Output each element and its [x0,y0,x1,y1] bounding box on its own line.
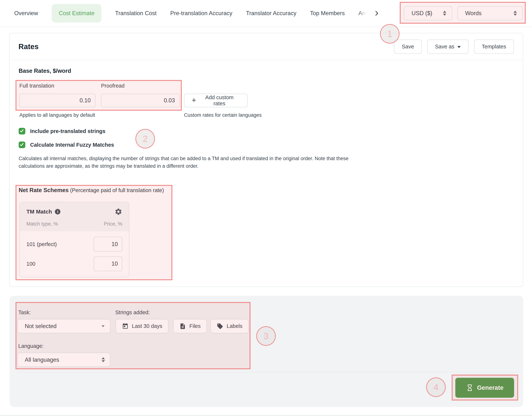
caret-down-icon [102,325,104,327]
language-select-value: All languages [25,357,59,363]
add-custom-rates-button[interactable]: + Add custom rates [184,94,247,107]
table-row: 100 [26,256,122,271]
tag-icon [217,323,223,330]
tab-translation-cost[interactable]: Translation Cost [115,10,157,17]
language-label: Language: [18,343,44,349]
save-as-button[interactable]: Save as [427,39,468,54]
strings-added-label: Strings added: [115,309,150,315]
currency-select[interactable]: USD ($) [404,6,452,20]
unit-select-value: Words [465,10,482,17]
custom-rates-note: Custom rates for certain languages [184,112,262,118]
report-tabs-bar: Overview Cost Estimate Translation Cost … [0,0,532,27]
sort-updown-icon [102,357,105,362]
generate-report-panel: Task: Not selected Strings added: Last 3… [10,296,523,407]
task-select-value: Not selected [25,323,57,330]
task-label: Task: [18,309,31,315]
table-row: 101 (perfect) [26,237,122,252]
net-rate-schemes-title: Net Rate Schemes [19,187,69,193]
checkbox-label: Include pre-translated strings [30,128,105,134]
base-rates-heading: Base Rates, $/word [19,68,71,74]
tab-translator-accuracy[interactable]: Translator Accuracy [246,10,296,17]
tm-match-title: TM Match i [26,208,60,215]
sort-updown-icon [443,11,446,16]
files-filter-button[interactable]: Files [173,319,207,333]
gear-icon[interactable] [114,208,122,216]
match-101-price-input[interactable] [94,237,122,252]
tab-top-members[interactable]: Top Members [310,10,345,17]
chevron-right-icon [373,10,380,17]
match-type-label: 100 [26,261,35,267]
file-icon [179,323,186,330]
hourglass-icon [466,384,474,392]
panel-divider [16,372,517,372]
rates-card-header: Rates Save Save as Templates [10,33,523,60]
language-select[interactable]: All languages [17,353,110,367]
price-column-label: Price, % [104,221,122,227]
tab-pre-translation-accuracy[interactable]: Pre-translation Accuracy [170,10,232,17]
include-pretranslated-checkbox[interactable]: Include pre-translated strings [19,128,105,134]
match-type-column-label: Match type, % [26,221,58,227]
net-rate-schemes-heading: Net Rate Schemes (Percentage paid of ful… [19,187,164,194]
tab-overview[interactable]: Overview [14,10,38,17]
calculate-fuzzy-matches-checkbox[interactable]: Calculate Internal Fuzzy Matches [19,142,114,148]
check-icon [20,142,24,146]
tabs: Overview Cost Estimate Translation Cost … [14,4,380,23]
generate-button[interactable]: Generate [455,378,514,398]
match-100-price-input[interactable] [94,256,122,271]
currency-select-value: USD ($) [412,10,432,17]
checkbox-label: Calculate Internal Fuzzy Matches [30,142,114,148]
checkbox-checked[interactable] [19,128,25,134]
sort-updown-icon [513,11,517,16]
net-rate-schemes-subtitle: (Percentage paid of full translation rat… [70,187,164,193]
tm-match-header: TM Match i Match type, % Price, % [20,202,129,231]
calendar-icon [122,323,129,330]
page-title: Rates [19,42,38,51]
save-button[interactable]: Save [394,39,422,54]
templates-button[interactable]: Templates [474,39,514,54]
plus-icon: + [192,96,196,104]
base-rates-note: Applies to all languages by default [19,112,95,118]
check-icon [20,129,24,132]
tabs-scroll-right-button[interactable] [373,10,380,17]
tm-match-columns: Match type, % Price, % [26,221,122,227]
rates-card: Rates Save Save as Templates Base Rates,… [9,33,523,287]
tm-match-rows: 101 (perfect) 100 [20,231,129,271]
rates-actions: Save Save as Templates [394,39,514,54]
info-icon[interactable]: i [55,209,60,215]
caret-down-icon [457,46,461,48]
fuzzy-matches-description: Calculates all internal matches, display… [19,155,370,170]
match-type-label: 101 (perfect) [26,241,57,247]
checkbox-checked[interactable] [19,142,25,148]
task-select[interactable]: Not selected [17,319,110,333]
tm-match-card: TM Match i Match type, % Price, % 101 (p… [19,202,129,277]
labels-filter-button[interactable]: Labels [210,319,249,333]
proofread-label: Proofread [101,83,124,89]
tab-cost-estimate[interactable]: Cost Estimate [52,4,101,23]
strings-added-date-filter-button[interactable]: Last 30 days [116,319,169,333]
full-translation-rate-input[interactable] [19,94,95,107]
unit-select[interactable]: Words [457,6,523,20]
cost-estimate-page: Overview Cost Estimate Translation Cost … [0,0,532,416]
proofread-rate-input[interactable] [101,94,180,107]
next-section-edge [0,415,532,416]
full-translation-label: Full translation [19,83,54,89]
tab-archive-truncated[interactable]: Arc [358,10,367,17]
